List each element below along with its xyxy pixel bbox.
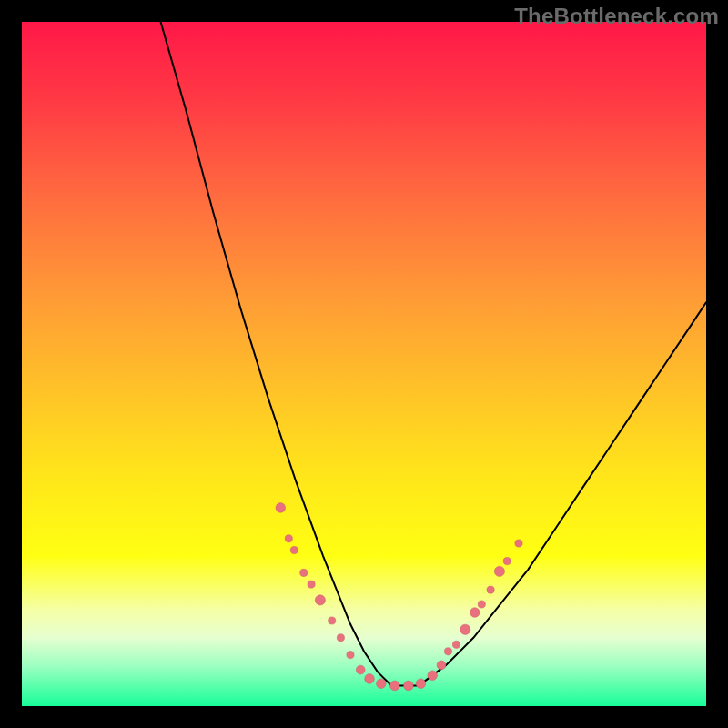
curve-marker: [356, 665, 365, 674]
curve-marker: [503, 558, 511, 565]
curve-marker: [300, 569, 308, 576]
curve-marker: [470, 608, 480, 618]
curve-marker: [285, 535, 292, 542]
curve-marker: [329, 617, 336, 624]
bottleneck-curve: [158, 22, 706, 685]
curve-marker: [377, 679, 387, 689]
curve-marker: [347, 652, 354, 659]
curve-marker: [494, 566, 504, 576]
curve-marker: [290, 546, 298, 553]
curve-marker: [487, 586, 494, 593]
curve-marker: [315, 595, 325, 605]
curve-marker: [437, 661, 446, 670]
curve-marker: [452, 641, 460, 648]
curve-marker: [276, 503, 286, 513]
bottleneck-chart: [22, 22, 706, 706]
curve-marker: [308, 581, 315, 588]
curve-marker: [515, 540, 522, 547]
curve-marker: [337, 634, 344, 642]
curve-marker: [428, 671, 438, 681]
curve-markers: [276, 503, 522, 691]
curve-marker: [390, 681, 400, 691]
curve-marker: [416, 679, 426, 689]
curve-marker: [460, 624, 470, 634]
curve-marker: [444, 648, 451, 655]
chart-frame: [22, 22, 706, 706]
curve-marker: [404, 681, 414, 691]
watermark-text: TheBottleneck.com: [514, 4, 719, 29]
curve-marker: [478, 601, 485, 608]
curve-marker: [365, 674, 375, 684]
